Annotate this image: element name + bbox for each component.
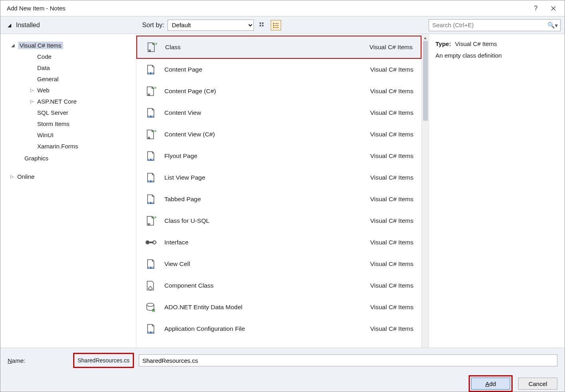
cs-class-icon: C#	[144, 84, 157, 98]
close-button[interactable]	[545, 0, 562, 16]
search-box[interactable]: 🔍▾	[429, 19, 561, 31]
template-item-category: Visual C# Items	[370, 196, 413, 203]
name-label: Name:	[8, 357, 68, 364]
details-description: An empty class definition	[435, 52, 558, 59]
svg-text:C#: C#	[152, 86, 156, 90]
grid-icon	[259, 22, 266, 28]
window-title: Add New Item - Notes	[7, 5, 527, 12]
svg-rect-9	[275, 27, 279, 28]
tree-item-label: Xamarin.Forms	[37, 143, 78, 150]
chevron-right-icon: ▷	[29, 88, 35, 93]
name-row: Name: SharedResources.cs	[8, 353, 557, 368]
template-item-name: Content Page (C#)	[164, 88, 363, 95]
svg-text:<■>: <■>	[148, 114, 154, 118]
tree-item[interactable]: General	[9, 73, 132, 84]
tree-item[interactable]: Data	[9, 62, 132, 73]
svg-rect-5	[275, 23, 279, 24]
svg-text:<■>: <■>	[148, 330, 154, 334]
tree-item-label: Code	[37, 53, 52, 60]
template-item[interactable]: <■>Application Configuration FileVisual …	[136, 318, 421, 340]
template-item-category: Visual C# Items	[370, 131, 413, 138]
view-small-icons-button[interactable]	[271, 20, 281, 30]
template-item[interactable]: <■>View CellVisual C# Items	[136, 253, 421, 275]
template-item[interactable]: C#ClassVisual C# Items	[136, 36, 421, 59]
titlebar: Add New Item - Notes ?	[0, 0, 565, 16]
svg-point-23	[149, 287, 152, 290]
tree-item[interactable]: ▷ASP.NET Core	[9, 96, 132, 107]
tree-item[interactable]: Storm Items	[9, 118, 132, 129]
svg-rect-3	[262, 25, 264, 26]
tree-item-label: WinUI	[37, 132, 54, 138]
template-item[interactable]: <■>Content PageVisual C# Items	[136, 59, 421, 80]
tree-root-visual-csharp-items[interactable]: ◢ Visual C# Items	[9, 40, 132, 51]
svg-rect-8	[273, 27, 274, 28]
template-item-category: Visual C# Items	[370, 109, 413, 116]
categories-tree: ◢ Visual C# Items CodeDataGeneral▷Web▷AS…	[0, 34, 136, 348]
template-item[interactable]: <■>Flyout PageVisual C# Items	[136, 145, 421, 167]
name-input[interactable]	[139, 354, 557, 366]
vertical-scrollbar[interactable]: ▲	[421, 34, 429, 348]
template-item-name: ADO.NET Entity Data Model	[164, 304, 363, 311]
scroll-up-icon[interactable]: ▲	[423, 36, 427, 40]
details-type-row: Type: Visual C# Items	[435, 40, 558, 47]
template-item[interactable]: Component ClassVisual C# Items	[136, 275, 421, 296]
chevron-down-icon: ◢	[10, 43, 16, 48]
search-icon[interactable]: 🔍▾	[547, 22, 558, 29]
scrollbar-thumb[interactable]	[423, 41, 428, 121]
template-item[interactable]: <■>Tabbed PageVisual C# Items	[136, 188, 421, 210]
svg-text:C#: C#	[153, 42, 157, 46]
cancel-button[interactable]: Cancel	[518, 378, 557, 390]
tree-group-online[interactable]: ▷ Online	[9, 171, 132, 182]
template-list: C#ClassVisual C# Items<■>Content PageVis…	[136, 34, 421, 348]
tree-item-label: Graphics	[24, 155, 48, 162]
view-medium-icons-button[interactable]	[257, 20, 268, 30]
svg-point-19	[146, 240, 150, 244]
svg-text:<■>: <■>	[148, 179, 154, 183]
add-button[interactable]: Add	[471, 378, 510, 390]
svg-rect-6	[273, 25, 274, 26]
interface-icon	[144, 236, 157, 249]
tree-item-graphics[interactable]: Graphics	[9, 152, 132, 164]
template-item[interactable]: InterfaceVisual C# Items	[136, 232, 421, 253]
tree-item[interactable]: Xamarin.Forms	[9, 140, 132, 152]
template-item[interactable]: ADO.NET Entity Data ModelVisual C# Items	[136, 296, 421, 318]
sortby-select[interactable]: Default	[168, 20, 254, 31]
dialog-body: ◢ Visual C# Items CodeDataGeneral▷Web▷AS…	[0, 34, 565, 348]
template-item-name: Flyout Page	[164, 152, 363, 160]
tree-item[interactable]: ▷Web	[9, 84, 132, 96]
tree-item-label: Web	[37, 87, 50, 94]
svg-text:<■>: <■>	[148, 71, 154, 75]
template-item-name: Application Configuration File	[164, 325, 363, 332]
component-icon	[144, 279, 157, 292]
details-type-value: Visual C# Items	[455, 40, 497, 47]
template-item-category: Visual C# Items	[370, 217, 413, 224]
template-item-name: Component Class	[164, 282, 363, 289]
template-item[interactable]: C#Content View (C#)Visual C# Items	[136, 124, 421, 145]
template-item-name: Content View (C#)	[164, 131, 363, 138]
template-item[interactable]: C#Content Page (C#)Visual C# Items	[136, 80, 421, 102]
svg-rect-0	[260, 22, 261, 24]
installed-label[interactable]: Installed	[16, 22, 40, 29]
search-input[interactable]	[431, 21, 547, 29]
template-item-category: Visual C# Items	[370, 66, 413, 73]
tree-item-label: ASP.NET Core	[37, 98, 77, 105]
tree-item-label: Storm Items	[37, 120, 70, 127]
tree-item[interactable]: WinUI	[9, 129, 132, 140]
dialog-window: Add New Item - Notes ? ◢ Installed Sort …	[0, 0, 565, 392]
center-pane: C#ClassVisual C# Items<■>Content PageVis…	[136, 34, 429, 348]
svg-rect-2	[260, 25, 261, 26]
tree-item[interactable]: Code	[9, 51, 132, 62]
xaml-icon: <■>	[144, 257, 157, 271]
installed-toggle-icon[interactable]: ◢	[8, 22, 11, 28]
template-item[interactable]: <■>List View PageVisual C# Items	[136, 167, 421, 188]
help-button[interactable]: ?	[527, 0, 545, 16]
template-item[interactable]: <■>Content ViewVisual C# Items	[136, 102, 421, 124]
xaml-icon: <■>	[144, 192, 157, 206]
template-item[interactable]: C#Class for U-SQLVisual C# Items	[136, 210, 421, 232]
template-item-category: Visual C# Items	[370, 325, 413, 332]
svg-rect-4	[273, 23, 274, 24]
cs-class-icon: C#	[144, 214, 157, 228]
tree-item[interactable]: SQL Server	[9, 107, 132, 118]
details-type-label: Type:	[435, 40, 451, 47]
template-item-category: Visual C# Items	[370, 88, 413, 95]
